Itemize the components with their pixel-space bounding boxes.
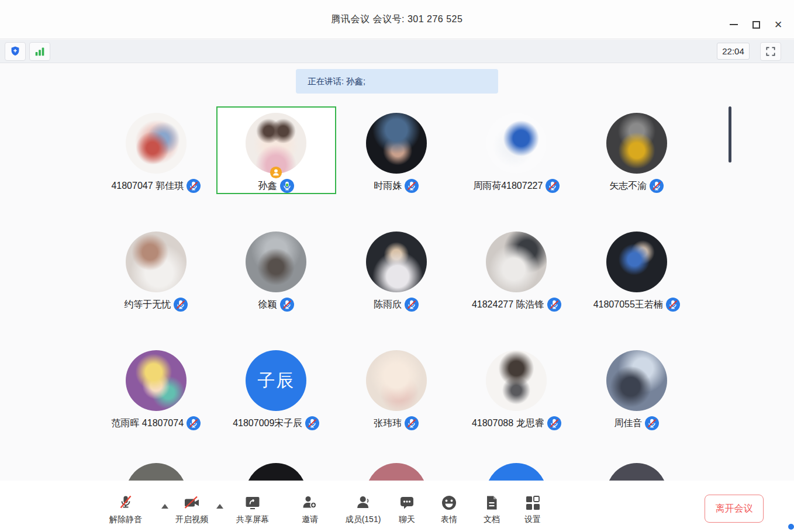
participant-tile[interactable]: 孙鑫 bbox=[216, 106, 337, 194]
close-icon: ✕ bbox=[774, 20, 782, 30]
share-screen-button[interactable]: 共享屏幕 bbox=[236, 493, 269, 525]
maximize-icon bbox=[752, 21, 760, 29]
video-options-arrow[interactable] bbox=[216, 504, 223, 509]
participant-name: 徐颖 bbox=[258, 299, 277, 311]
participant-avatar bbox=[366, 350, 427, 411]
mic-muted-icon bbox=[666, 298, 680, 312]
partial-avatar bbox=[366, 463, 427, 481]
participant-name: 41824277 陈浩锋 bbox=[472, 299, 544, 311]
participant-name: 41807055王若楠 bbox=[593, 299, 663, 311]
mic-muted-icon bbox=[547, 298, 561, 312]
participant-name-row: 41807088 龙思睿 bbox=[472, 416, 561, 430]
mic-muted-icon bbox=[546, 179, 560, 193]
share-screen-icon bbox=[243, 493, 262, 512]
network-quality-button[interactable] bbox=[29, 42, 50, 61]
participant-tile[interactable]: 41807088 龙思睿 bbox=[457, 344, 577, 431]
participant-avatar bbox=[366, 232, 427, 292]
settings-label: 设置 bbox=[524, 514, 541, 525]
participant-avatar bbox=[126, 232, 187, 292]
participant-tile[interactable]: 范雨晖 41807074 bbox=[96, 344, 216, 431]
participant-name-row: 41807047 郭佳琪 bbox=[111, 179, 201, 193]
unmute-label: 解除静音 bbox=[109, 514, 142, 525]
members-button[interactable]: 成员(151) bbox=[346, 493, 381, 525]
participant-name-row: 约等于无忧 bbox=[124, 298, 188, 312]
docs-button[interactable]: 文档 bbox=[482, 493, 501, 525]
participant-tile[interactable]: 时雨姝 bbox=[336, 106, 457, 194]
meeting-timer: 22:04 bbox=[717, 43, 750, 60]
participant-name: 范雨晖 41807074 bbox=[111, 417, 184, 430]
participant-tile[interactable]: 子辰 41807009宋子辰 bbox=[216, 344, 337, 431]
mic-muted-icon bbox=[405, 298, 419, 312]
fullscreen-button[interactable] bbox=[760, 42, 781, 61]
partial-avatar bbox=[126, 463, 187, 481]
mic-muted-icon bbox=[650, 179, 664, 193]
participant-avatar bbox=[606, 350, 667, 411]
participant-name-row: 范雨晖 41807074 bbox=[111, 416, 201, 430]
mic-muted-icon bbox=[645, 416, 659, 430]
emoji-label: 表情 bbox=[441, 514, 457, 525]
signal-bars-icon bbox=[33, 45, 46, 58]
minimize-icon bbox=[730, 24, 738, 25]
mic-active-icon bbox=[280, 179, 294, 193]
close-button[interactable]: ✕ bbox=[767, 15, 789, 34]
participant-tile[interactable]: 41807047 郭佳琪 bbox=[96, 106, 216, 194]
participant-name-row: 周佳音 bbox=[614, 416, 659, 430]
fullscreen-icon bbox=[765, 46, 776, 57]
participant-tile[interactable]: 周雨荷41807227 bbox=[457, 106, 577, 194]
participant-avatar bbox=[486, 232, 547, 292]
participant-name: 张玮玮 bbox=[374, 417, 402, 430]
participant-avatar: 子辰 bbox=[246, 350, 306, 411]
start-video-button[interactable]: 开启视频 bbox=[175, 493, 208, 525]
host-badge-icon bbox=[270, 166, 282, 179]
speaking-banner: 正在讲话: 孙鑫; bbox=[296, 69, 498, 94]
settings-grid-icon bbox=[523, 493, 542, 512]
invite-button[interactable]: 邀请 bbox=[301, 493, 319, 525]
minimize-button[interactable] bbox=[723, 15, 745, 34]
participant-avatar bbox=[606, 232, 667, 292]
scrollbar-thumb[interactable] bbox=[729, 106, 731, 163]
maximize-button[interactable] bbox=[745, 15, 767, 34]
participant-name: 孙鑫 bbox=[258, 180, 277, 192]
unmute-button[interactable]: 解除静音 bbox=[109, 493, 142, 525]
participant-name: 时雨姝 bbox=[374, 180, 402, 192]
participant-tile[interactable]: 矢志不渝 bbox=[576, 106, 697, 194]
participant-tile[interactable]: 周佳音 bbox=[576, 344, 697, 431]
participant-tile[interactable]: 41807055王若楠 bbox=[576, 225, 697, 313]
participant-tile[interactable]: 41824277 陈浩锋 bbox=[457, 225, 577, 313]
participant-name: 41807047 郭佳琪 bbox=[111, 180, 184, 192]
chat-label: 聊天 bbox=[399, 514, 415, 525]
video-grid-area: 正在讲话: 孙鑫; 41807047 郭佳琪 bbox=[0, 63, 794, 481]
participant-name-row: 时雨姝 bbox=[374, 179, 419, 193]
chat-button[interactable]: 聊天 bbox=[398, 493, 416, 525]
bottom-toolbar: 解除静音 开启视频 共享屏幕 邀请 bbox=[0, 481, 794, 532]
participant-name: 陈雨欣 bbox=[374, 299, 402, 311]
meeting-security-button[interactable] bbox=[5, 42, 26, 61]
meeting-status-bar: 22:04 bbox=[0, 40, 794, 63]
emoji-smiley-icon bbox=[440, 493, 458, 512]
audio-options-arrow[interactable] bbox=[161, 504, 168, 509]
participant-avatar bbox=[246, 113, 306, 174]
docs-label: 文档 bbox=[484, 514, 500, 525]
participant-avatar bbox=[486, 350, 547, 411]
participant-tile[interactable]: 张玮玮 bbox=[336, 344, 457, 431]
share-screen-label: 共享屏幕 bbox=[236, 514, 269, 525]
window-controls: ✕ bbox=[723, 15, 789, 34]
participant-name-row: 陈雨欣 bbox=[374, 298, 419, 312]
members-icon bbox=[354, 493, 372, 512]
mic-muted-icon bbox=[305, 416, 319, 430]
settings-button[interactable]: 设置 bbox=[523, 493, 542, 525]
emoji-button[interactable]: 表情 bbox=[440, 493, 458, 525]
start-video-label: 开启视频 bbox=[175, 514, 208, 525]
participant-tile[interactable]: 陈雨欣 bbox=[336, 225, 457, 313]
participant-tile[interactable]: 徐颖 bbox=[216, 225, 337, 313]
participant-name: 周佳音 bbox=[614, 417, 642, 430]
partial-participant-row bbox=[96, 463, 698, 481]
title-bar: 腾讯会议 会议号: 301 276 525 ✕ bbox=[0, 0, 794, 39]
participant-name: 41807009宋子辰 bbox=[233, 417, 302, 430]
participant-name: 矢志不渝 bbox=[609, 180, 647, 192]
participant-name-row: 周雨荷41807227 bbox=[473, 179, 560, 193]
participant-name: 周雨荷41807227 bbox=[473, 180, 543, 192]
participant-tile[interactable]: 约等于无忧 bbox=[96, 225, 216, 313]
invite-label: 邀请 bbox=[302, 514, 318, 525]
leave-meeting-button[interactable]: 离开会议 bbox=[705, 495, 764, 523]
